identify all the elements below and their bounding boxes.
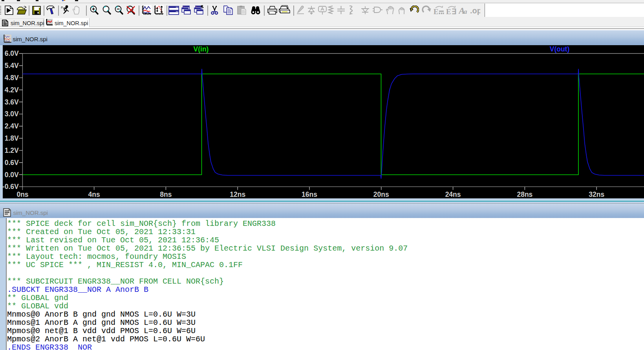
svg-text:4.2V: 4.2V bbox=[5, 86, 19, 94]
svg-text:E: E bbox=[434, 7, 439, 15]
svg-text:1.8V: 1.8V bbox=[5, 134, 19, 142]
svg-text:28ns: 28ns bbox=[517, 191, 532, 198]
svg-text:0.0V: 0.0V bbox=[5, 171, 19, 179]
svg-text:-0.6V: -0.6V bbox=[2, 183, 19, 191]
svg-text:16ns: 16ns bbox=[302, 191, 317, 198]
svg-text:0.6V: 0.6V bbox=[5, 159, 19, 167]
svg-text:.op: .op bbox=[470, 6, 480, 15]
svg-text:2.4V: 2.4V bbox=[5, 122, 19, 130]
svg-text:5.4V: 5.4V bbox=[5, 62, 19, 70]
svg-text:4.8V: 4.8V bbox=[5, 74, 19, 82]
svg-text:12ns: 12ns bbox=[230, 191, 245, 198]
svg-text:6.0V: 6.0V bbox=[5, 49, 19, 57]
svg-text:32ns: 32ns bbox=[589, 191, 604, 198]
svg-text:E: E bbox=[446, 7, 451, 15]
svg-text:∃: ∃ bbox=[452, 7, 456, 15]
svg-text:1.2V: 1.2V bbox=[5, 147, 19, 154]
svg-text:0ns: 0ns bbox=[16, 191, 28, 198]
svg-text:V(in): V(in) bbox=[194, 45, 209, 53]
svg-text:3.6V: 3.6V bbox=[5, 98, 19, 106]
svg-text:20ns: 20ns bbox=[373, 191, 389, 198]
svg-text:8ns: 8ns bbox=[160, 191, 172, 198]
svg-text:3.0V: 3.0V bbox=[5, 110, 19, 118]
svg-text:V(out): V(out) bbox=[550, 45, 570, 53]
svg-text:a: a bbox=[464, 8, 467, 15]
svg-text:4ns: 4ns bbox=[88, 191, 100, 198]
svg-text:24ns: 24ns bbox=[445, 191, 461, 198]
